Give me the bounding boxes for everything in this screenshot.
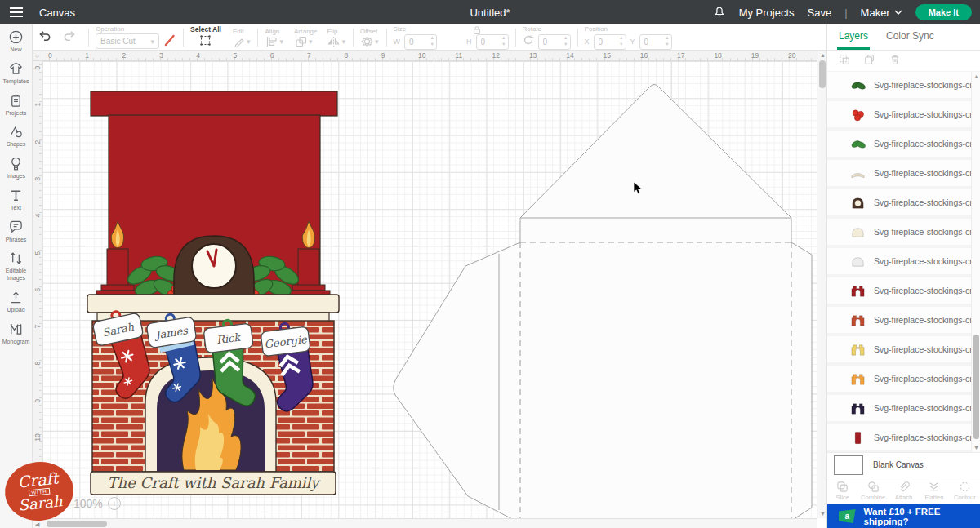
editable-images-icon bbox=[8, 251, 24, 266]
promo-banner[interactable]: a Want £10 + FREE shipping? bbox=[827, 504, 980, 528]
machine-selector[interactable]: Maker bbox=[861, 7, 902, 19]
ruler-origin[interactable]: ○ bbox=[33, 51, 42, 61]
sidebar-item-phrases[interactable]: Phrases bbox=[0, 220, 33, 244]
ruler-number: 5 bbox=[234, 51, 238, 60]
layers-scroll-down-icon[interactable]: ▼ bbox=[973, 445, 979, 450]
horizontal-ruler: 01234567891011121314151617181920 bbox=[42, 51, 817, 61]
canvas-vertical-scrollbar[interactable]: ▲ ▼ bbox=[817, 51, 826, 518]
layer-label: Svg-fireplace-stockings-cr... bbox=[874, 374, 979, 384]
vertical-scroll-thumb[interactable] bbox=[819, 60, 826, 88]
combine-button[interactable]: Combine bbox=[858, 477, 888, 504]
layer-row[interactable]: Svg-fireplace-stockings-cr... bbox=[827, 72, 980, 98]
tab-color-sync[interactable]: Color Sync bbox=[884, 24, 936, 50]
save-link[interactable]: Save bbox=[808, 7, 832, 19]
ruler-number: 6 bbox=[33, 286, 42, 294]
upload-icon bbox=[8, 290, 24, 305]
sidebar-item-templates[interactable]: Templates bbox=[0, 61, 33, 86]
undo-button[interactable] bbox=[33, 29, 57, 45]
rotate-icon bbox=[523, 34, 534, 49]
ruler-number: 20 bbox=[788, 51, 795, 60]
sidebar-item-monogram[interactable]: Monogram bbox=[0, 322, 33, 346]
color-pen-icon[interactable] bbox=[163, 33, 176, 50]
tab-layers[interactable]: Layers bbox=[837, 24, 870, 50]
layer-thumbnail-icon bbox=[850, 371, 866, 387]
layer-row[interactable]: Svg-fireplace-stockings-cr... bbox=[827, 101, 980, 127]
balloon-icon bbox=[8, 156, 24, 171]
scroll-down-icon[interactable]: ▼ bbox=[820, 511, 826, 517]
sidebar-item-editable-images[interactable]: Editable Images bbox=[0, 251, 33, 282]
page-title: Canvas bbox=[39, 7, 75, 19]
layer-row[interactable]: Svg-fireplace-stockings-cr... bbox=[827, 336, 980, 362]
layer-row[interactable]: Svg-fireplace-stockings-cr... bbox=[827, 366, 980, 392]
fireplace-design[interactable]: Sarah James bbox=[86, 91, 341, 496]
ruler-number: 19 bbox=[751, 51, 759, 60]
canvas-horizontal-scrollbar[interactable]: ◀ bbox=[33, 518, 817, 528]
operation-select[interactable]: Basic Cut▾ bbox=[96, 33, 159, 49]
layer-label: Svg-fireplace-stockings-cr... bbox=[874, 227, 979, 237]
layer-row[interactable]: Svg-fireplace-stockings-cr... bbox=[827, 307, 980, 333]
sidebar-item-images[interactable]: Images bbox=[0, 156, 33, 180]
layer-row[interactable]: Svg-fireplace-stockings-cr... bbox=[827, 219, 980, 245]
edit-button[interactable]: ▾ bbox=[233, 36, 252, 47]
arrange-button[interactable]: ▾ bbox=[294, 36, 314, 47]
delete-icon[interactable] bbox=[889, 54, 901, 69]
layer-row[interactable]: Svg-fireplace-stockings-cr... bbox=[827, 248, 980, 274]
make-it-button[interactable]: Make It bbox=[915, 4, 972, 20]
offset-button[interactable]: ▾ bbox=[360, 36, 380, 47]
sidebar-item-text[interactable]: Text bbox=[0, 188, 33, 212]
blank-canvas-row[interactable]: Blank Canvas bbox=[827, 452, 980, 477]
flatten-button[interactable]: Flatten bbox=[919, 477, 949, 504]
layer-thumbnail-icon bbox=[850, 430, 866, 446]
bell-icon[interactable] bbox=[713, 5, 726, 20]
operation-label: Operation bbox=[96, 25, 124, 33]
redo-button[interactable] bbox=[57, 29, 82, 45]
ruler-number: 2 bbox=[122, 51, 127, 60]
mouse-cursor bbox=[633, 182, 643, 196]
layer-row[interactable]: Svg-fireplace-stockings-cr... bbox=[827, 189, 980, 215]
horizontal-scroll-thumb[interactable] bbox=[47, 521, 107, 527]
layers-scrollbar[interactable]: ▲ ▼ bbox=[971, 72, 980, 452]
align-button[interactable]: ▾ bbox=[265, 36, 284, 47]
slice-button[interactable]: Slice bbox=[827, 477, 858, 504]
tshirt-icon bbox=[8, 61, 24, 77]
ruler-number: 14 bbox=[566, 51, 573, 60]
scroll-up-icon[interactable]: ▲ bbox=[820, 52, 826, 58]
sidebar-item-new[interactable]: New bbox=[0, 29, 33, 54]
edit-toolbar: Operation Basic Cut▾ Select All Edit ▾ A… bbox=[33, 24, 826, 51]
sidebar-item-projects[interactable]: Projects bbox=[0, 93, 33, 118]
layer-label: Svg-fireplace-stockings-cr... bbox=[874, 286, 979, 295]
contour-button[interactable]: Contour bbox=[950, 477, 980, 504]
attach-button[interactable]: Attach bbox=[889, 477, 919, 504]
flip-button[interactable]: ▾ bbox=[327, 36, 346, 47]
y-label: Y bbox=[630, 38, 635, 46]
ruler-number: 16 bbox=[640, 51, 648, 60]
chevron-down-icon bbox=[894, 10, 902, 15]
group-icon[interactable] bbox=[839, 54, 850, 69]
ruler-number: 3 bbox=[33, 175, 42, 183]
layer-row[interactable]: Svg-fireplace-stockings-cr... bbox=[827, 395, 980, 421]
select-all-icon[interactable] bbox=[199, 34, 212, 50]
sidebar-item-shapes[interactable]: Shapes bbox=[0, 124, 33, 149]
canvas-grid[interactable]: Sarah James bbox=[42, 61, 817, 518]
layer-row[interactable]: Svg-fireplace-stockings-cr... bbox=[827, 131, 980, 157]
width-label: W bbox=[394, 38, 401, 46]
envelope-template[interactable] bbox=[384, 78, 817, 518]
layer-label: Svg-fireplace-stockings-cr... bbox=[874, 403, 979, 413]
height-label: H bbox=[466, 38, 472, 46]
blank-canvas-swatch[interactable] bbox=[834, 455, 863, 475]
my-projects-link[interactable]: My Projects bbox=[739, 7, 795, 19]
layer-row[interactable]: Svg-fireplace-stockings-cr... bbox=[827, 277, 980, 304]
layer-row[interactable]: Svg-fireplace-stockings-cr... bbox=[827, 160, 980, 186]
ruler-number: 2 bbox=[33, 138, 42, 146]
layers-scroll-up-icon[interactable]: ▲ bbox=[973, 73, 979, 79]
ruler-number: 10 bbox=[33, 433, 42, 441]
edit-label: Edit bbox=[233, 28, 244, 35]
document-title: Untitled* bbox=[470, 7, 510, 19]
sidebar-item-upload[interactable]: Upload bbox=[0, 290, 33, 314]
layer-row[interactable]: Svg-fireplace-stockings-cr... bbox=[827, 424, 980, 450]
zoom-in-button[interactable]: + bbox=[108, 497, 121, 510]
duplicate-icon[interactable] bbox=[864, 54, 875, 69]
menu-icon[interactable] bbox=[0, 0, 33, 24]
scroll-left-icon[interactable]: ◀ bbox=[35, 521, 39, 527]
layers-scroll-thumb[interactable] bbox=[973, 335, 979, 439]
